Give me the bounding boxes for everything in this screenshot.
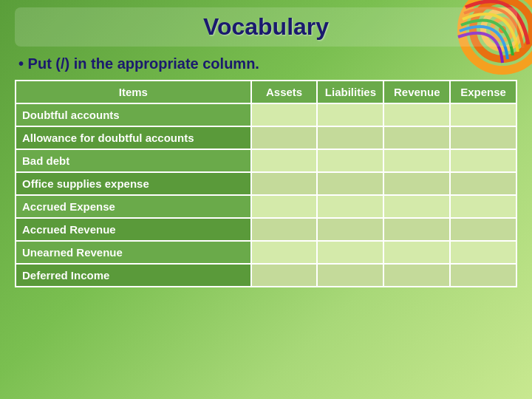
item-cell: Office supplies expense xyxy=(16,172,251,195)
page-title: Vocabulary xyxy=(30,13,502,41)
table-row: Deferred Income xyxy=(16,264,516,287)
vocabulary-table: Items Assets Liabilities Revenue Expense… xyxy=(15,80,517,287)
subtitle: • Put (/) in the appropriate column. xyxy=(15,55,517,72)
table-row: Allowance for doubtful accounts xyxy=(16,126,516,149)
item-cell: Allowance for doubtful accounts xyxy=(16,126,251,149)
data-cell xyxy=(383,126,450,149)
header-items: Items xyxy=(16,81,251,103)
data-cell xyxy=(450,218,516,241)
table-row: Accrued Revenue xyxy=(16,218,516,241)
item-cell: Accrued Expense xyxy=(16,195,251,218)
data-cell xyxy=(383,149,450,172)
data-cell xyxy=(317,218,383,241)
data-cell xyxy=(317,149,383,172)
data-cell xyxy=(383,218,450,241)
data-cell xyxy=(317,172,383,195)
data-cell xyxy=(251,103,318,126)
data-cell xyxy=(251,149,318,172)
table-row: Bad debt xyxy=(16,149,516,172)
table-header-row: Items Assets Liabilities Revenue Expense xyxy=(16,81,516,103)
data-cell xyxy=(383,172,450,195)
data-cell xyxy=(317,103,383,126)
main-content: Vocabulary • Put (/) in the appropriate … xyxy=(0,0,532,295)
table-row: Accrued Expense xyxy=(16,195,516,218)
item-cell: Doubtful accounts xyxy=(16,103,251,126)
item-cell: Unearned Revenue xyxy=(16,241,251,264)
data-cell xyxy=(251,241,318,264)
data-cell xyxy=(450,241,516,264)
item-cell: Deferred Income xyxy=(16,264,251,287)
data-cell xyxy=(251,172,318,195)
data-cell xyxy=(450,195,516,218)
data-cell xyxy=(450,126,516,149)
item-cell: Accrued Revenue xyxy=(16,218,251,241)
data-cell xyxy=(450,264,516,287)
table-row: Office supplies expense xyxy=(16,172,516,195)
header-liabilities: Liabilities xyxy=(317,81,383,103)
data-cell xyxy=(450,172,516,195)
header-expense: Expense xyxy=(450,81,516,103)
data-cell xyxy=(317,264,383,287)
data-cell xyxy=(317,126,383,149)
title-bar: Vocabulary xyxy=(15,7,517,47)
subtitle-text: Put (/) in the appropriate column. xyxy=(28,55,259,72)
data-cell xyxy=(383,103,450,126)
data-cell xyxy=(383,241,450,264)
data-cell xyxy=(251,195,318,218)
header-assets: Assets xyxy=(251,81,318,103)
data-cell xyxy=(383,195,450,218)
data-cell xyxy=(450,149,516,172)
table-row: Doubtful accounts xyxy=(16,103,516,126)
data-cell xyxy=(251,126,318,149)
table-row: Unearned Revenue xyxy=(16,241,516,264)
data-cell xyxy=(383,264,450,287)
data-cell xyxy=(251,264,318,287)
data-cell xyxy=(317,241,383,264)
data-cell xyxy=(317,195,383,218)
data-cell xyxy=(251,218,318,241)
data-cell xyxy=(450,103,516,126)
bullet: • xyxy=(18,55,24,72)
item-cell: Bad debt xyxy=(16,149,251,172)
header-revenue: Revenue xyxy=(383,81,450,103)
